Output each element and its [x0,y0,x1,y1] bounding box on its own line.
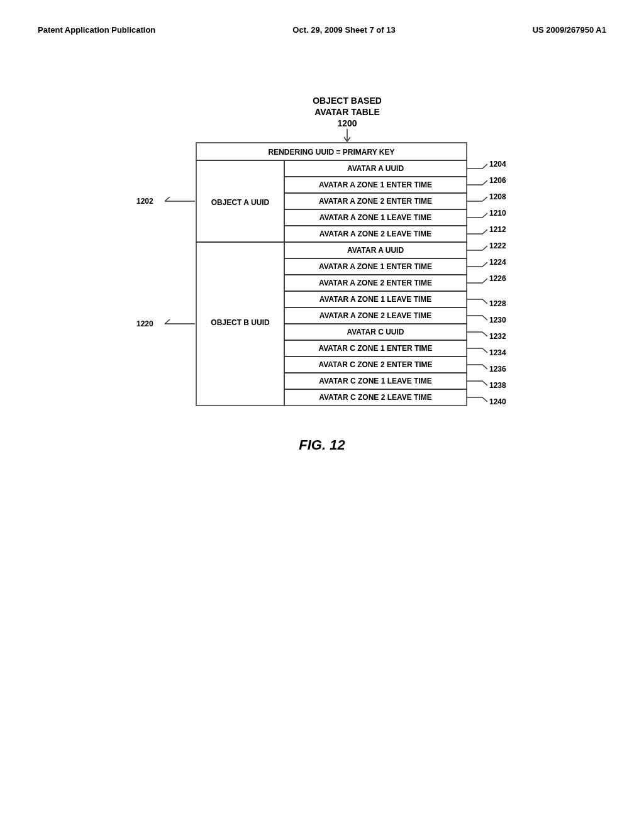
ref-label-1240: 1240 [489,397,506,406]
page: Patent Application Publication Oct. 29, … [0,0,644,830]
ref-1220: 1220 [136,319,153,328]
header-left: Patent Application Publication [38,25,155,35]
row-1228: AVATAR A ZONE 1 LEAVE TIME [319,295,432,304]
ref-label-1236: 1236 [489,365,506,374]
ref-label-1204: 1204 [489,160,506,169]
row-1224: AVATAR A ZONE 1 ENTER TIME [319,262,432,271]
ref-label-1234: 1234 [489,348,506,357]
ref-label-1206: 1206 [489,176,506,185]
row-1210: AVATAR A ZONE 1 LEAVE TIME [319,213,432,222]
row-1204: AVATAR A UUID [347,164,404,173]
ref-label-1226: 1226 [489,274,506,283]
svg-line-30 [482,213,487,218]
ref-label-1238: 1238 [489,381,506,390]
header-row: RENDERING UUID = PRIMARY KEY [268,148,394,157]
ref-label-1232: 1232 [489,332,506,341]
row-1238: AVATAR C ZONE 1 LEAVE TIME [319,377,432,385]
svg-line-20 [165,197,170,201]
title-number: 1200 [337,118,357,128]
ref-label-1230: 1230 [489,316,506,324]
ref-label-1208: 1208 [489,192,506,201]
svg-line-38 [482,279,487,283]
object-a-uuid-label: OBJECT A UUID [211,198,270,207]
ref-label-1210: 1210 [489,209,506,218]
row-1226: AVATAR A ZONE 2 ENTER TIME [319,279,432,287]
svg-line-46 [482,348,487,353]
svg-line-34 [482,246,487,250]
object-b-uuid-label: OBJECT B UUID [211,318,270,327]
svg-line-40 [482,299,487,304]
header-right: US 2009/267950 A1 [533,25,606,35]
row-1222: AVATAR A UUID [347,246,404,255]
diagram-svg: OBJECT BASED AVATAR TABLE 1200 RENDERING… [102,85,542,651]
svg-line-44 [482,332,487,336]
svg-line-36 [482,262,487,267]
ref-1202: 1202 [136,197,153,206]
svg-line-32 [482,230,487,234]
svg-line-22 [165,319,170,324]
ref-label-1228: 1228 [489,299,506,308]
svg-line-48 [482,365,487,369]
row-1206: AVATAR A ZONE 1 ENTER TIME [319,180,432,189]
row-1234: AVATAR C ZONE 1 ENTER TIME [318,344,432,353]
row-1208: AVATAR A ZONE 2 ENTER TIME [319,197,432,206]
ref-label-1224: 1224 [489,258,506,267]
figure-label: FIG. 12 [299,437,345,453]
diagram-container: OBJECT BASED AVATAR TABLE 1200 RENDERING… [38,85,606,651]
title-line1: OBJECT BASED [313,96,382,106]
ref-label-1212: 1212 [489,225,506,234]
header-center: Oct. 29, 2009 Sheet 7 of 13 [292,25,395,35]
ref-label-1222: 1222 [489,241,506,250]
row-1212: AVATAR A ZONE 2 LEAVE TIME [319,230,432,238]
row-1232: AVATAR C UUID [347,328,404,336]
title-line2: AVATAR TABLE [314,107,380,117]
row-1236: AVATAR C ZONE 2 ENTER TIME [318,360,432,369]
svg-line-26 [482,180,487,185]
page-header: Patent Application Publication Oct. 29, … [38,25,606,35]
svg-line-24 [482,164,487,169]
row-1230: AVATAR A ZONE 2 LEAVE TIME [319,311,432,320]
row-1240: AVATAR C ZONE 2 LEAVE TIME [319,393,432,402]
svg-line-50 [482,381,487,385]
svg-line-28 [482,197,487,201]
svg-line-42 [482,316,487,320]
svg-line-52 [482,397,487,402]
